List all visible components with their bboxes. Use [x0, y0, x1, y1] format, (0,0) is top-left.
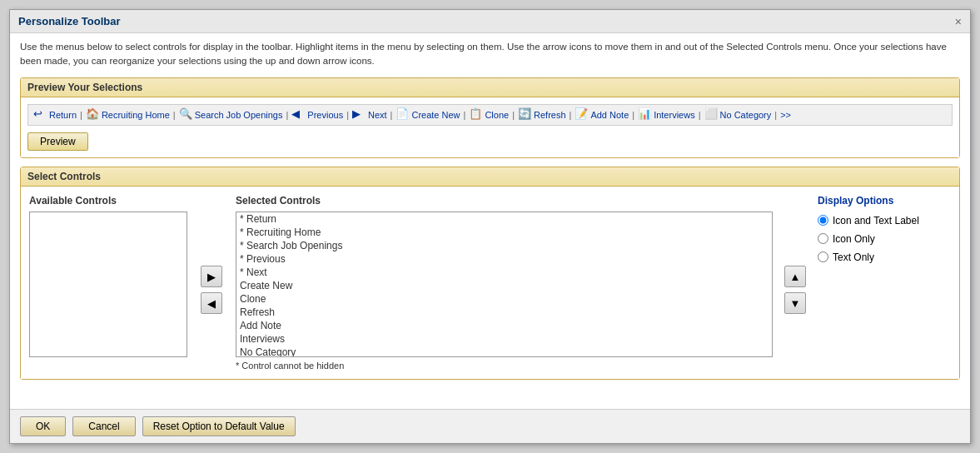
list-item[interactable]: * Return — [236, 212, 772, 226]
radio-icon-only[interactable]: Icon Only — [818, 233, 951, 245]
toolbar-recruiting-home[interactable]: 🏠Recruiting Home — [86, 108, 170, 122]
available-controls-panel: Available Controls — [29, 195, 187, 371]
list-item[interactable]: Refresh — [236, 306, 772, 319]
reset-button[interactable]: Reset Option to Default Value — [142, 416, 296, 436]
preview-section-header: Preview Your Selections — [21, 78, 959, 97]
footer-buttons: OK Cancel Reset Option to Default Value — [10, 409, 970, 443]
add-note-icon: 📝 — [575, 108, 588, 122]
toolbar-search-job-openings[interactable]: 🔍Search Job Openings — [179, 108, 283, 122]
description: Use the menus below to select controls f… — [20, 40, 960, 69]
toolbar-add-note[interactable]: 📝Add Note — [575, 108, 629, 122]
list-item[interactable]: No Category — [236, 346, 772, 357]
preview-button[interactable]: Preview — [27, 132, 88, 151]
display-options-header: Display Options — [818, 195, 951, 207]
display-options-panel: Display Options Icon and Text Label Icon… — [818, 195, 951, 371]
interviews-icon: 📊 — [638, 108, 651, 122]
toolbar-create-new[interactable]: 📄Create New — [395, 108, 460, 122]
transfer-buttons: ▶ ◀ — [196, 210, 227, 371]
radio-icon-text-label: Icon and Text Label — [833, 215, 919, 226]
available-controls-listbox[interactable] — [29, 212, 187, 357]
toolbar-no-category[interactable]: ⬜No Category — [704, 108, 772, 122]
available-controls-label: Available Controls — [29, 195, 187, 207]
radio-icon-text-input[interactable] — [818, 215, 828, 226]
list-item[interactable]: * Recruiting Home — [236, 226, 772, 239]
toolbar-interviews[interactable]: 📊Interviews — [638, 108, 695, 122]
home-icon: 🏠 — [86, 108, 99, 122]
toolbar-more[interactable]: >> — [780, 110, 791, 120]
radio-icon-only-input[interactable] — [818, 233, 828, 244]
move-up-button[interactable]: ▲ — [784, 266, 806, 287]
ok-button[interactable]: OK — [20, 416, 66, 436]
toolbar-preview: ↩Return | 🏠Recruiting Home | 🔍Search Job… — [27, 104, 953, 126]
selected-controls-panel: Selected Controls * Return * Recruiting … — [236, 195, 773, 371]
add-to-selected-button[interactable]: ▶ — [201, 266, 222, 287]
preview-content: ↩Return | 🏠Recruiting Home | 🔍Search Job… — [21, 97, 959, 157]
list-item[interactable]: Add Note — [236, 319, 772, 332]
radio-icon-text[interactable]: Icon and Text Label — [818, 215, 951, 226]
selected-controls-listbox[interactable]: * Return * Recruiting Home * Search Job … — [236, 212, 773, 357]
list-item[interactable]: * Previous — [236, 252, 772, 266]
toolbar-return[interactable]: ↩Return — [33, 108, 77, 122]
cancel-button[interactable]: Cancel — [72, 416, 135, 436]
personalize-toolbar-dialog: Personalize Toolbar × Use the menus belo… — [9, 9, 971, 444]
create-new-icon: 📄 — [395, 108, 409, 122]
move-buttons: ▲ ▼ — [781, 210, 809, 371]
select-controls-header: Select Controls — [21, 167, 959, 187]
radio-text-only[interactable]: Text Only — [818, 251, 951, 263]
refresh-icon: 🔄 — [518, 108, 531, 122]
radio-icon-only-label: Icon Only — [833, 233, 875, 245]
radio-text-only-label: Text Only — [833, 251, 874, 263]
toolbar-refresh[interactable]: 🔄Refresh — [518, 108, 566, 122]
move-down-button[interactable]: ▼ — [784, 292, 806, 314]
selected-controls-label: Selected Controls — [236, 195, 773, 207]
display-options-group: Icon and Text Label Icon Only Text Only — [818, 215, 951, 263]
radio-text-only-input[interactable] — [818, 251, 828, 262]
dialog-title-bar: Personalize Toolbar × — [10, 10, 970, 33]
list-item[interactable]: * Search Job Openings — [236, 239, 772, 252]
return-icon: ↩ — [33, 108, 47, 122]
toolbar-previous[interactable]: ◀Previous — [291, 108, 343, 122]
close-button[interactable]: × — [955, 16, 962, 27]
required-note: * Control cannot be hidden — [236, 361, 773, 371]
dialog-body: Use the menus below to select controls f… — [10, 33, 970, 386]
list-item[interactable]: Interviews — [236, 332, 772, 346]
list-item[interactable]: Clone — [236, 292, 772, 306]
list-item[interactable]: * Next — [236, 266, 772, 279]
toolbar-next[interactable]: ▶Next — [352, 108, 387, 122]
select-controls-body: Available Controls ▶ ◀ Selected Controls… — [21, 187, 959, 379]
no-category-icon: ⬜ — [704, 108, 718, 122]
search-icon: 🔍 — [179, 108, 192, 122]
list-item[interactable]: Create New — [236, 279, 772, 292]
next-icon: ▶ — [352, 108, 366, 122]
select-controls-section: Select Controls Available Controls ▶ ◀ S… — [20, 167, 960, 380]
toolbar-clone[interactable]: 📋Clone — [469, 108, 509, 122]
clone-icon: 📋 — [469, 108, 482, 122]
previous-icon: ◀ — [291, 108, 305, 122]
preview-section: Preview Your Selections ↩Return | 🏠Recru… — [20, 77, 960, 158]
remove-from-selected-button[interactable]: ◀ — [201, 292, 222, 314]
dialog-title: Personalize Toolbar — [18, 15, 121, 27]
